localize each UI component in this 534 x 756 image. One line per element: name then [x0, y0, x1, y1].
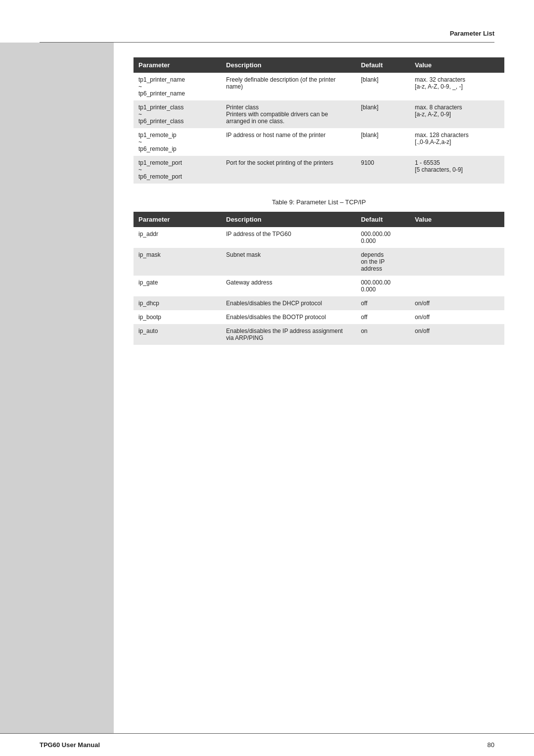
table2-cell-desc: IP address of the TPG60 — [221, 227, 356, 248]
table-row: ip_autoEnables/disables the IP address a… — [134, 324, 504, 345]
sidebar — [0, 43, 114, 733]
table1-cell-desc: Port for the socket printing of the prin… — [221, 156, 356, 184]
footer-right: 80 — [488, 741, 494, 749]
table2-cell-desc: Enables/disables the BOOTP protocol — [221, 310, 356, 324]
table1-col-default: Default — [356, 57, 410, 73]
table2-cell-value — [410, 248, 504, 276]
table-row: ip_dhcpEnables/disables the DHCP protoco… — [134, 296, 504, 310]
table2-cell-value: on/off — [410, 296, 504, 310]
table2-col-value: Value — [410, 212, 504, 227]
table2-cell-value — [410, 227, 504, 248]
table1-cell-value: max. 8 characters [a-z, A-Z, 0-9] — [410, 100, 504, 128]
table2-cell-param: ip_gate — [134, 276, 221, 296]
main-content: Parameter Description Default Value tp1_… — [0, 43, 534, 733]
table1-cell-desc: IP address or host name of the printer — [221, 128, 356, 156]
table1-cell-value: 1 - 65535 [5 characters, 0-9] — [410, 156, 504, 184]
table2-cell-desc: Gateway address — [221, 276, 356, 296]
table1: Parameter Description Default Value tp1_… — [134, 57, 504, 184]
table-row: ip_addrIP address of the TPG60000.000.00… — [134, 227, 504, 248]
table2-cell-desc: Subnet mask — [221, 248, 356, 276]
table1-col-desc: Description — [221, 57, 356, 73]
table1-cell-value: max. 128 characters [.,0-9,A-Z,a-z] — [410, 128, 504, 156]
top-header: Parameter List — [0, 0, 534, 42]
table1-cell-default: [blank] — [356, 100, 410, 128]
table1-cell-param: tp1_printer_name ~ tp6_printer_name — [134, 73, 221, 100]
table2: Parameter Description Default Value ip_a… — [134, 212, 504, 345]
table2-cell-value: on/off — [410, 324, 504, 345]
table-row: tp1_printer_name ~ tp6_printer_nameFreel… — [134, 73, 504, 100]
table1-cell-value: max. 32 characters [a-z, A-Z, 0-9, _, -] — [410, 73, 504, 100]
table2-cell-default: on — [356, 324, 410, 345]
footer-left: TPG60 User Manual — [40, 741, 100, 749]
table2-caption: Table 9: Parameter List – TCP/IP — [134, 198, 504, 206]
table2-cell-default: off — [356, 296, 410, 310]
table2-cell-value — [410, 276, 504, 296]
table2-cell-desc: Enables/disables the IP address assignme… — [221, 324, 356, 345]
content-area: Parameter Description Default Value tp1_… — [114, 43, 534, 733]
table1-cell-default: 9100 — [356, 156, 410, 184]
page-container: Parameter List Parameter Description Def… — [0, 0, 534, 756]
table2-cell-param: ip_addr — [134, 227, 221, 248]
table2-col-desc: Description — [221, 212, 356, 227]
table1-cell-param: tp1_printer_class ~ tp6_printer_class — [134, 100, 221, 128]
table2-cell-param: ip_auto — [134, 324, 221, 345]
footer: TPG60 User Manual 80 — [0, 733, 534, 756]
header-title: Parameter List — [450, 30, 494, 37]
table2-col-default: Default — [356, 212, 410, 227]
table2-cell-param: ip_mask — [134, 248, 221, 276]
table1-cell-param: tp1_remote_port ~ tp6_remote_port — [134, 156, 221, 184]
table-row: ip_maskSubnet maskdepends on the IP addr… — [134, 248, 504, 276]
table2-cell-param: ip_dhcp — [134, 296, 221, 310]
table2-cell-default: 000.000.00 0.000 — [356, 227, 410, 248]
table2-cell-default: off — [356, 310, 410, 324]
table1-cell-desc: Printer class Printers with compatible d… — [221, 100, 356, 128]
table1-col-param: Parameter — [134, 57, 221, 73]
table2-cell-value: on/off — [410, 310, 504, 324]
table-row: ip_gateGateway address000.000.00 0.000 — [134, 276, 504, 296]
table1-cell-desc: Freely definable description (of the pri… — [221, 73, 356, 100]
table-row: tp1_remote_port ~ tp6_remote_portPort fo… — [134, 156, 504, 184]
table1-cell-default: [blank] — [356, 73, 410, 100]
table1-cell-param: tp1_remote_ip ~ tp6_remote_ip — [134, 128, 221, 156]
table2-cell-default: depends on the IP address — [356, 248, 410, 276]
table2-cell-desc: Enables/disables the DHCP protocol — [221, 296, 356, 310]
table1-cell-default: [blank] — [356, 128, 410, 156]
table2-col-param: Parameter — [134, 212, 221, 227]
table-row: tp1_remote_ip ~ tp6_remote_ipIP address … — [134, 128, 504, 156]
table2-cell-param: ip_bootp — [134, 310, 221, 324]
table-row: tp1_printer_class ~ tp6_printer_classPri… — [134, 100, 504, 128]
table2-cell-default: 000.000.00 0.000 — [356, 276, 410, 296]
table1-col-value: Value — [410, 57, 504, 73]
table-row: ip_bootpEnables/disables the BOOTP proto… — [134, 310, 504, 324]
